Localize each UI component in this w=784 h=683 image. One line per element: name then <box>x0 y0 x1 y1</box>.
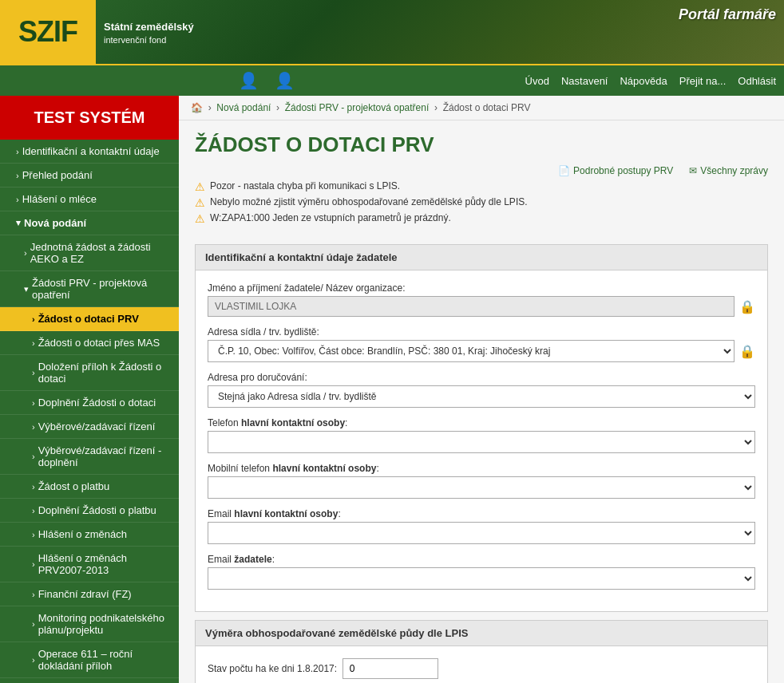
warning-icon-1: ⚠ <box>195 180 205 193</box>
arrow-icon: › <box>32 655 35 665</box>
input-row-mobil <box>208 476 755 499</box>
section-contact-body: Jméno a příjmení žadatele/ Název organiz… <box>196 270 767 611</box>
sidebar-item-label: Doplnění Žádosti o platbu <box>38 504 156 516</box>
alert-3-text: W:ZAPA1:000 Jeden ze vstupních parametrů… <box>210 212 451 223</box>
section-lpis: Výměra obhospodařované zemědělské půdy d… <box>195 620 768 683</box>
sidebar-item-vyberove-doplneni[interactable]: › Výběrové/zadávací řízení - doplnění <box>0 439 179 475</box>
arrow-icon: ▾ <box>24 284 29 294</box>
input-row-email-zadatel <box>208 567 755 590</box>
lock-icon-adresa: 🔒 <box>739 344 755 359</box>
sidebar-item-inovacni[interactable]: › Inovační deník <box>0 678 179 683</box>
header-left: SZIF Státní zemědělský intervenční fond <box>0 0 194 64</box>
logo-subtitle-line1: Státní zemědělský <box>104 20 194 34</box>
sidebar-item-zadost-dotaci-prv[interactable]: › Žádost o dotaci PRV <box>0 307 179 331</box>
form-group-mobil: Mobilní telefon hlavní kontaktní osoby: <box>208 463 755 499</box>
sidebar-item-label: Monitoring podnikatelského plánu/projekt… <box>38 612 171 636</box>
page-title: ŽÁDOST O DOTACI PRV <box>179 120 784 165</box>
sidebar-item-label: Žádosti o dotaci přes MAS <box>38 337 160 349</box>
select-email-kontakt[interactable] <box>208 522 755 544</box>
test-system-label: TEST SYSTÉM <box>0 96 179 140</box>
form-group-adresa: Adresa sídla / trv. bydliště: Č.P. 10, O… <box>208 326 755 362</box>
arrow-icon: › <box>32 422 35 432</box>
breadcrumb-zadosti-prv[interactable]: Žádosti PRV - projektová opatření <box>285 102 430 113</box>
sidebar-item-label: Hlášení o mléce <box>22 193 97 205</box>
select-dorucovani[interactable]: Stejná jako Adresa sídla / trv. bydliště <box>208 385 755 408</box>
envelope-icon: ✉ <box>689 165 697 176</box>
sidebar-item-zadosti-prv[interactable]: ▾ Žádosti PRV - projektová opatření <box>0 271 179 307</box>
sidebar-item-label: Hlášení o změnách <box>38 528 127 540</box>
select-adresa[interactable]: Č.P. 10, Obec: Volfířov, Část obce: Bran… <box>208 340 735 362</box>
link-zpravy[interactable]: ✉ Všechny zprávy <box>689 165 768 176</box>
sidebar-item-doplneni-platbu[interactable]: › Doplnění Žádosti o platbu <box>0 499 179 523</box>
arrow-icon: › <box>32 590 35 599</box>
sidebar-item-label: Jednotná žádost a žádosti AEKO a EZ <box>30 241 171 265</box>
sidebar-item-operace611[interactable]: › Operace 611 – roční dokládání příloh <box>0 642 179 678</box>
stav-label-text: Stav počtu ha ke dni 1.8.2017: <box>208 663 337 674</box>
sidebar-item-hlaseni-zmenach[interactable]: › Hlášení o změnách <box>0 523 179 547</box>
home-icon[interactable]: 🏠 <box>191 102 203 113</box>
sidebar-item-label: Žádost o platbu <box>38 480 110 492</box>
logo-box: SZIF <box>0 0 96 64</box>
sidebar-item-hlaseni-prv2007[interactable]: › Hlášení o změnách PRV2007-2013 <box>0 547 179 582</box>
sidebar-item-label: Identifikační a kontaktní údaje <box>22 145 160 157</box>
arrow-icon: › <box>32 506 35 515</box>
sidebar-item-label: Operace 611 – roční dokládání příloh <box>38 648 171 672</box>
nav-nastaveni[interactable]: Nastavení <box>561 75 608 87</box>
form-group-email-zadatel: Email žadatele: <box>208 554 755 590</box>
nav-uvod[interactable]: Úvod <box>525 75 549 87</box>
alert-1: ⚠ Pozor - nastala chyba při komunikaci s… <box>195 180 768 193</box>
sidebar-item-dolozeni[interactable]: › Doložení příloh k Žádosti o dotaci <box>0 355 179 391</box>
sidebar-item-jednotna-zadost[interactable]: › Jednotná žádost a žádosti AEKO a EZ <box>0 235 179 271</box>
arrow-icon: › <box>32 482 35 492</box>
label-jmeno: Jméno a příjmení žadatele/ Název organiz… <box>208 282 755 294</box>
select-email-zadatel[interactable] <box>208 567 755 590</box>
form-group-jmeno: Jméno a příjmení žadatele/ Název organiz… <box>208 282 755 317</box>
sidebar-item-doplneni-zadosti[interactable]: › Doplnění Žádosti o dotaci <box>0 391 179 415</box>
link-postupy-label: Podrobné postupy PRV <box>573 165 673 176</box>
label-telefon: Telefon hlavní kontaktní osoby: <box>208 417 755 428</box>
label-mobil: Mobilní telefon hlavní kontaktní osoby: <box>208 463 755 474</box>
alert-1-text: Pozor - nastala chyba při komunikaci s L… <box>210 180 400 191</box>
sidebar-item-label: Výběrové/zadávací řízení <box>38 420 156 432</box>
breadcrumb-current: Žádost o dotaci PRV <box>443 102 531 113</box>
logo-text: SZIF <box>18 15 77 49</box>
arrow-icon: › <box>32 530 35 539</box>
sidebar-item-zadosti-mas[interactable]: › Žádosti o dotaci přes MAS <box>0 331 179 355</box>
sidebar-item-monitoring[interactable]: › Monitoring podnikatelského plánu/proje… <box>0 606 179 642</box>
nav-prejit[interactable]: Přejit na... <box>679 75 727 87</box>
label-email-kontakt: Email hlavní kontaktní osoby: <box>208 508 755 519</box>
sidebar-item-prehled[interactable]: › Přehled podání <box>0 164 179 188</box>
logo-subtext: Státní zemědělský intervenční fond <box>96 17 194 47</box>
sidebar-item-label: Výběrové/zadávací řízení - doplnění <box>38 444 171 468</box>
alert-2: ⚠ Nebylo možné zjistit výměru obhospodař… <box>195 196 768 209</box>
nav-bar: 👤 👤 Úvod Nastavení Nápověda Přejit na...… <box>0 64 784 96</box>
arrow-icon: › <box>32 398 35 408</box>
form-group-stav: Stav počtu ha ke dni 1.8.2017: <box>208 658 755 679</box>
nav-odhlasit[interactable]: Odhlásit <box>738 75 776 87</box>
user-icon[interactable]: 👤 <box>239 71 259 90</box>
sidebar-item-vyberove-rizeni[interactable]: › Výběrové/zadávací řízení <box>0 415 179 439</box>
arrow-icon: › <box>16 195 19 204</box>
arrow-icon: › <box>32 559 35 569</box>
input-jmeno[interactable] <box>208 296 735 317</box>
input-row-telefon <box>208 431 755 453</box>
sidebar-item-hlaseni-mleko[interactable]: › Hlášení o mléce <box>0 188 179 211</box>
input-stav-ha[interactable] <box>343 658 438 679</box>
select-mobil[interactable] <box>208 476 755 499</box>
sidebar-item-label: Nová podání <box>24 217 86 229</box>
warning-icon-3: ⚠ <box>195 212 205 225</box>
input-row-dorucovani: Stejná jako Adresa sídla / trv. bydliště <box>208 385 755 408</box>
select-telefon[interactable] <box>208 431 755 453</box>
arrow-icon: › <box>16 171 19 180</box>
user2-icon[interactable]: 👤 <box>275 71 295 90</box>
alert-2-text: Nebylo možné zjistit výměru obhospodařov… <box>210 196 528 207</box>
breadcrumb-nova-podani[interactable]: Nová podání <box>216 102 271 113</box>
sidebar-item-identifikacni[interactable]: › Identifikační a kontaktní údaje <box>0 140 179 164</box>
sidebar-item-financni-zdravi[interactable]: › Finanční zdraví (FZ) <box>0 582 179 606</box>
sidebar-item-zadost-platbu[interactable]: › Žádost o platbu <box>0 475 179 499</box>
link-postupy[interactable]: 📄 Podrobné postupy PRV <box>558 165 673 176</box>
alerts: ⚠ Pozor - nastala chyba při komunikaci s… <box>179 180 784 236</box>
sidebar-item-nova-podani[interactable]: ▾ Nová podání <box>0 211 179 235</box>
nav-napoveda[interactable]: Nápověda <box>620 75 667 87</box>
logo-subtitle-line2: intervenční fond <box>104 34 194 46</box>
